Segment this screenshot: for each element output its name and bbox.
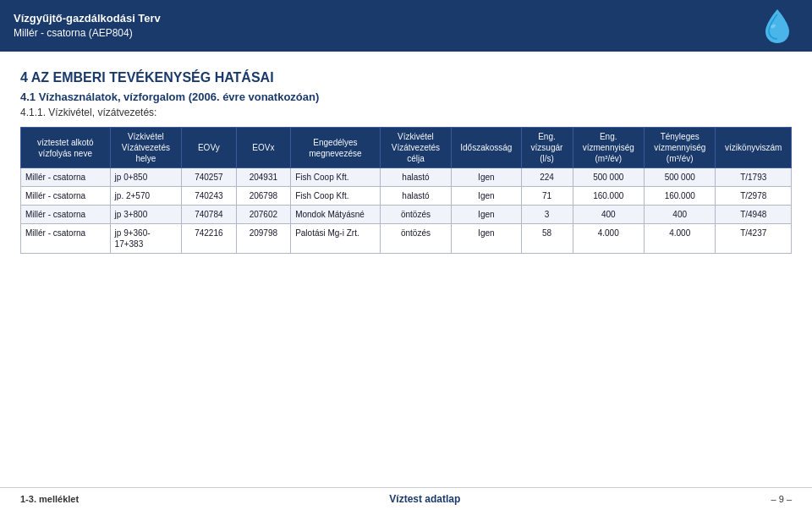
- table-cell: 58: [521, 224, 573, 254]
- table-cell: öntözés: [380, 224, 451, 254]
- col-header-eovy: EOVy: [182, 128, 237, 168]
- table-cell: 4.000: [644, 224, 715, 254]
- header-title: Vízgyűjtő-gazdálkodási Terv: [14, 11, 161, 26]
- table-row: Millér - csatornajp. 2+570740243206798Fi…: [21, 187, 792, 206]
- sub-heading: 4.1 Vízhasználatok, vízforgalom (2006. é…: [20, 90, 792, 103]
- table-row: Millér - csatornajp 3+800740784207602Mon…: [21, 206, 792, 224]
- col-header-teny-menny: Tényleges vízmennyiség (m³/év): [644, 128, 715, 168]
- table-cell: halastó: [380, 187, 451, 206]
- table-cell: Igen: [452, 224, 521, 254]
- data-table: víztestet alkotó vízfolyás neve Vízkivét…: [20, 127, 792, 254]
- table-cell: jp 3+800: [110, 206, 181, 224]
- main-content: 4 AZ EMBERI TEVÉKENYSÉG HATÁSAI 4.1 Vízh…: [0, 52, 812, 262]
- col-header-helye: Vízkivétel Vízátvezetés helye: [110, 128, 181, 168]
- table-cell: 740243: [182, 187, 237, 206]
- header-logo: [756, 7, 798, 45]
- table-cell: 740784: [182, 206, 237, 224]
- table-cell: 3: [521, 206, 573, 224]
- footer-right: – 9 –: [771, 494, 792, 504]
- col-header-engedélyes: Engedélyes megnevezése: [291, 128, 381, 168]
- col-header-cel: Vízkivétel Vízátvezetés célja: [380, 128, 451, 168]
- table-cell: 71: [521, 187, 573, 206]
- table-cell: Palotási Mg-i Zrt.: [291, 224, 381, 254]
- footer-center: Víztest adatlap: [389, 493, 460, 505]
- footer-left: 1-3. melléklet: [20, 494, 79, 504]
- table-cell: 160.000: [644, 187, 715, 206]
- table-cell: Mondok Mátyásné: [291, 206, 381, 224]
- table-cell: jp 0+850: [110, 168, 181, 187]
- header-subtitle: Millér - csatorna (AEP804): [14, 26, 161, 41]
- table-cell: Millér - csatorna: [21, 206, 111, 224]
- table-cell: T/4237: [716, 224, 792, 254]
- page-footer: 1-3. melléklet Víztest adatlap – 9 –: [0, 487, 812, 510]
- table-cell: Millér - csatorna: [21, 187, 111, 206]
- table-cell: Millér - csatorna: [21, 168, 111, 187]
- table-cell: 400: [644, 206, 715, 224]
- table-cell: halastó: [380, 168, 451, 187]
- table-cell: 4.000: [573, 224, 644, 254]
- table-cell: 740257: [182, 168, 237, 187]
- table-cell: 224: [521, 168, 573, 187]
- table-row: Millér - csatornajp 0+850740257204931Fis…: [21, 168, 792, 187]
- table-cell: 500 000: [644, 168, 715, 187]
- table-cell: T/1793: [716, 168, 792, 187]
- table-cell: öntözés: [380, 206, 451, 224]
- table-cell: Millér - csatorna: [21, 224, 111, 254]
- page-header: Vízgyűjtő-gazdálkodási Terv Millér - csa…: [0, 0, 812, 52]
- section-heading: 4 AZ EMBERI TEVÉKENYSÉG HATÁSAI: [20, 70, 792, 85]
- col-header-eng-menny: Eng. vízmennyiség (m³/év): [573, 128, 644, 168]
- table-cell: Fish Coop Kft.: [291, 168, 381, 187]
- table-cell: 207602: [236, 206, 291, 224]
- table-cell: jp 9+360- 17+383: [110, 224, 181, 254]
- table-cell: 742216: [182, 224, 237, 254]
- table-cell: 500 000: [573, 168, 644, 187]
- table-cell: 204931: [236, 168, 291, 187]
- table-cell: 209798: [236, 224, 291, 254]
- col-header-vizfolyas: víztestet alkotó vízfolyás neve: [21, 128, 111, 168]
- table-cell: 160.000: [573, 187, 644, 206]
- table-cell: T/4948: [716, 206, 792, 224]
- table-cell: Fish Coop Kft.: [291, 187, 381, 206]
- water-drop-icon: [762, 8, 793, 45]
- col-header-vizsugár: Eng. vízsugár (l/s): [521, 128, 573, 168]
- table-cell: T/2978: [716, 187, 792, 206]
- table-cell: Igen: [452, 187, 521, 206]
- col-header-idoszakos: Időszakosság: [452, 128, 521, 168]
- col-header-vízkönyv: vízikönyviszám: [716, 128, 792, 168]
- table-cell: 400: [573, 206, 644, 224]
- table-row: Millér - csatornajp 9+360- 17+3837422162…: [21, 224, 792, 254]
- sub-sub-heading: 4.1.1. Vízkivétel, vízátvezetés:: [20, 107, 792, 118]
- table-cell: jp. 2+570: [110, 187, 181, 206]
- table-cell: 206798: [236, 187, 291, 206]
- table-cell: Igen: [452, 168, 521, 187]
- header-text: Vízgyűjtő-gazdálkodási Terv Millér - csa…: [14, 11, 161, 41]
- col-header-eovx: EOVx: [236, 128, 291, 168]
- table-cell: Igen: [452, 206, 521, 224]
